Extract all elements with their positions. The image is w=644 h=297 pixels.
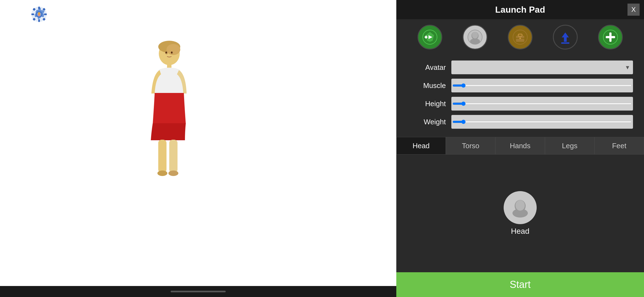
svg-point-31 [470,38,480,44]
muscle-slider-wrap [451,79,633,92]
close-button[interactable]: X [627,4,640,16]
svg-rect-5 [44,13,47,15]
tab-legs[interactable]: Legs [545,137,594,155]
icon-row [396,19,644,55]
launch-pad-title: Launch Pad [495,5,545,15]
launch-pad-panel: Launch Pad X [396,0,644,297]
muscle-label: Muscle [407,81,446,90]
svg-rect-3 [38,19,40,22]
body-part-tabs: Head Torso Hands Legs Feet [396,137,644,155]
svg-rect-37 [519,37,521,39]
avatar-select-wrap: ▼ [451,61,633,74]
download-arrow-icon[interactable] [553,25,578,50]
svg-rect-2 [38,7,40,9]
head-item-icon [504,191,537,224]
weight-field: Weight [407,115,633,129]
svg-marker-38 [562,32,569,42]
weight-slider[interactable] [452,121,632,123]
height-field: Height [407,97,633,111]
avatar-figure [138,38,209,204]
tab-feet[interactable]: Feet [594,137,644,155]
tab-hands[interactable]: Hands [495,137,545,155]
svg-point-32 [472,32,478,38]
svg-rect-21 [158,140,167,173]
3d-viewport [0,0,396,297]
height-label: Height [407,100,446,108]
svg-point-18 [165,52,167,54]
tab-head[interactable]: Head [396,137,446,155]
scroll-indicator [171,291,226,292]
svg-rect-39 [561,42,569,44]
game-controller-icon[interactable] [417,25,442,50]
muscle-field: Muscle [407,79,633,92]
height-slider-wrap [451,97,633,111]
settings-gear-button[interactable] [30,6,48,23]
svg-rect-42 [606,36,615,38]
height-slider[interactable] [452,103,632,105]
briefcase-icon[interactable] [508,25,533,50]
weight-label: Weight [407,118,446,126]
svg-rect-4 [31,13,34,15]
svg-point-15 [167,44,180,55]
head-item[interactable]: Head [495,186,545,241]
svg-point-12 [38,14,40,16]
start-button[interactable]: Start [396,272,644,297]
add-button-icon[interactable] [598,25,623,50]
svg-point-23 [157,170,167,176]
tab-torso[interactable]: Torso [446,137,495,155]
muscle-slider[interactable] [452,84,632,87]
head-item-label: Head [511,227,530,236]
avatar-label: Avatar [407,63,446,72]
form-section: Avatar ▼ Muscle Height [396,55,644,134]
svg-point-45 [515,200,525,211]
svg-rect-28 [425,35,427,39]
weight-slider-wrap [451,115,633,129]
svg-point-19 [171,52,173,54]
svg-point-24 [168,170,178,176]
avatar-field: Avatar ▼ [407,61,633,74]
svg-rect-22 [169,140,178,173]
bottom-bar [0,286,396,297]
avatar-select[interactable] [451,61,633,74]
launch-pad-header: Launch Pad X [396,0,644,19]
tab-content-area: Head [396,155,644,272]
avatar-head-icon[interactable] [463,25,487,50]
